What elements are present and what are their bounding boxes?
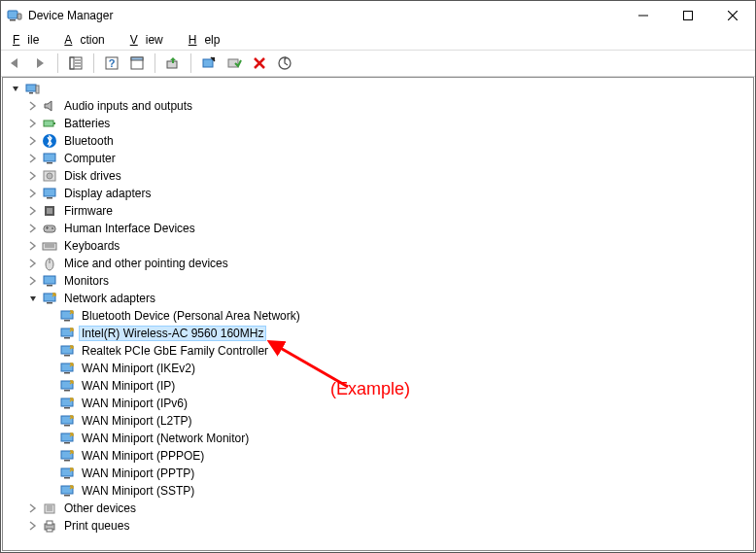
other-icon: [42, 501, 57, 516]
expander-closed-icon[interactable]: [26, 134, 40, 148]
tree-device-network-8[interactable]: WAN Miniport (PPPOE): [9, 447, 753, 465]
svg-rect-45: [44, 276, 55, 284]
expander-none: [44, 432, 57, 445]
expander-closed-icon[interactable]: [26, 204, 40, 218]
expander-closed-icon[interactable]: [26, 257, 40, 270]
expander-none: [44, 414, 57, 428]
network-adapter-icon: [59, 413, 75, 429]
expander-closed-icon[interactable]: [26, 99, 40, 113]
keyboard-icon: [42, 238, 57, 254]
expander-closed-icon[interactable]: [26, 152, 40, 165]
expander-closed-icon[interactable]: [26, 117, 40, 130]
tree-category-bluetooth[interactable]: Bluetooth: [9, 132, 753, 150]
expander-closed-icon[interactable]: [26, 187, 40, 200]
forward-button[interactable]: [28, 52, 52, 75]
svg-rect-50: [64, 320, 70, 322]
network-adapter-icon: [59, 343, 75, 359]
tree-device-network-4[interactable]: WAN Miniport (IP): [9, 377, 753, 395]
mouse-icon: [42, 256, 57, 271]
network-adapter-icon: [59, 361, 75, 376]
tree-category-printq[interactable]: Print queues: [9, 517, 753, 535]
network-adapter-icon: [59, 466, 75, 481]
titlebar: Device Manager: [1, 1, 755, 30]
tree-category-firmware[interactable]: Firmware: [9, 202, 753, 220]
close-button[interactable]: [710, 1, 755, 30]
monitor-icon: [42, 273, 57, 289]
uninstall-device-button[interactable]: [248, 52, 271, 75]
tree-category-audio[interactable]: Audio inputs and outputs: [9, 97, 753, 115]
svg-rect-2: [10, 19, 16, 21]
tree-category-network[interactable]: Network adapters: [9, 290, 753, 307]
disable-device-button[interactable]: [197, 52, 221, 75]
tree-category-other[interactable]: Other devices: [9, 500, 753, 517]
svg-rect-35: [47, 208, 52, 214]
tree-item-label: Network adapters: [61, 291, 158, 306]
expander-none: [44, 309, 57, 323]
expander-closed-icon[interactable]: [26, 519, 40, 533]
menubar: File Action View Help: [1, 30, 755, 50]
tree-device-network-7[interactable]: WAN Miniport (Network Monitor): [9, 430, 753, 447]
expander-open-icon[interactable]: [9, 82, 22, 95]
tree-item-label: Print queues: [61, 518, 132, 534]
scan-hardware-button[interactable]: [273, 52, 296, 75]
tree-category-display[interactable]: Display adapters: [9, 185, 753, 202]
app-icon: [7, 8, 22, 23]
tree-device-network-5[interactable]: WAN Miniport (IPv6): [9, 395, 753, 412]
svg-rect-8: [70, 57, 74, 69]
svg-rect-0: [8, 11, 17, 18]
tree-category-hid[interactable]: Human Interface Devices: [9, 220, 753, 237]
tree-device-network-2[interactable]: Realtek PCIe GbE Family Controller: [9, 342, 753, 360]
expander-none: [44, 362, 57, 375]
svg-point-37: [52, 227, 53, 229]
expander-closed-icon[interactable]: [26, 274, 40, 288]
menu-view[interactable]: View: [122, 31, 179, 49]
expander-open-icon[interactable]: [26, 292, 40, 305]
device-tree[interactable]: Audio inputs and outputsBatteriesBluetoo…: [3, 78, 753, 550]
enable-device-button[interactable]: [223, 52, 246, 75]
network-adapter-icon: [59, 396, 75, 411]
svg-rect-58: [64, 390, 70, 392]
network-adapter-icon: [59, 448, 75, 464]
tree-root[interactable]: [9, 80, 753, 97]
expander-closed-icon[interactable]: [26, 501, 40, 515]
printer-icon: [42, 518, 57, 534]
maximize-button[interactable]: [666, 1, 710, 30]
tree-category-computer[interactable]: Computer: [9, 150, 753, 167]
svg-rect-66: [64, 460, 70, 462]
tree-category-mice[interactable]: Mice and other pointing devices: [9, 255, 753, 272]
network-adapter-icon: [59, 326, 75, 341]
tree-item-label: WAN Miniport (IPv6): [79, 396, 190, 411]
tree-category-batteries[interactable]: Batteries: [9, 115, 753, 132]
svg-point-31: [47, 173, 52, 179]
tree-category-keyboards[interactable]: Keyboards: [9, 237, 753, 255]
expander-closed-icon[interactable]: [26, 222, 40, 235]
network-icon: [42, 291, 57, 306]
expander-none: [44, 467, 57, 480]
menu-help[interactable]: Help: [181, 31, 236, 49]
tree-category-monitors[interactable]: Monitors: [9, 272, 753, 290]
tree-item-label: WAN Miniport (SSTP): [79, 483, 197, 499]
minimize-button[interactable]: [621, 1, 666, 30]
tree-device-network-0[interactable]: Bluetooth Device (Personal Area Network): [9, 307, 753, 325]
tree-item-label: Mice and other pointing devices: [61, 256, 231, 271]
update-driver-button[interactable]: [161, 52, 185, 75]
back-button[interactable]: [3, 52, 26, 75]
expander-closed-icon[interactable]: [26, 169, 40, 183]
svg-rect-17: [203, 59, 213, 67]
chip-icon: [42, 203, 57, 219]
svg-rect-39: [47, 226, 48, 229]
tree-device-network-9[interactable]: WAN Miniport (PPTP): [9, 465, 753, 482]
tree-item-label: Human Interface Devices: [61, 221, 198, 236]
tree-device-network-1[interactable]: Intel(R) Wireless-AC 9560 160MHz: [9, 325, 753, 342]
tree-category-diskdrives[interactable]: Disk drives: [9, 167, 753, 185]
expander-none: [44, 344, 57, 358]
menu-file[interactable]: File: [5, 31, 54, 49]
show-hide-console-button[interactable]: [64, 52, 87, 75]
help-button[interactable]: ?: [100, 52, 123, 75]
expander-closed-icon[interactable]: [26, 239, 40, 253]
tree-device-network-3[interactable]: WAN Miniport (IKEv2): [9, 360, 753, 377]
properties-button[interactable]: [125, 52, 149, 75]
tree-device-network-10[interactable]: WAN Miniport (SSTP): [9, 482, 753, 500]
menu-action[interactable]: Action: [56, 31, 120, 49]
tree-device-network-6[interactable]: WAN Miniport (L2TP): [9, 412, 753, 430]
